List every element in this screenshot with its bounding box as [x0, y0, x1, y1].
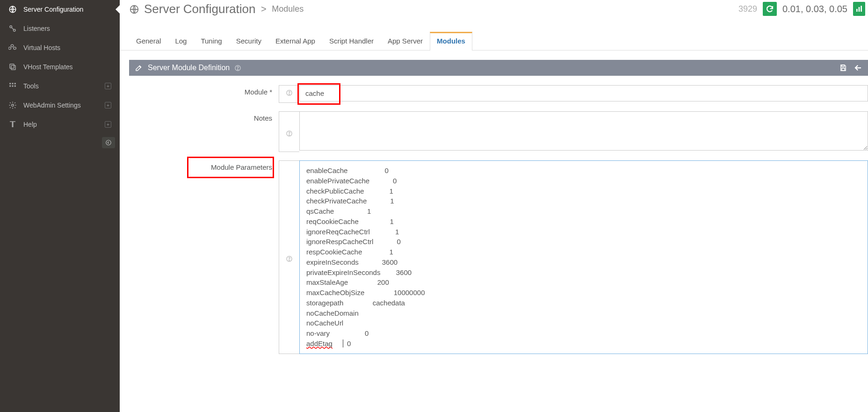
tab-security[interactable]: Security	[229, 32, 268, 51]
collapse-sidebar-button[interactable]	[102, 137, 115, 148]
sidebar-collapse-row	[0, 134, 120, 151]
globe-icon	[129, 4, 139, 14]
sidebar-item-server-config[interactable]: Server Configuration	[0, 0, 120, 19]
plus-icon[interactable]: +	[105, 102, 111, 108]
sidebar-item-label: Help	[23, 121, 37, 128]
sidebar: Server Configuration Listeners Virtual H…	[0, 0, 120, 381]
svg-point-22	[289, 94, 289, 94]
help-icon[interactable]	[279, 111, 299, 152]
main: 3929 0.01, 0.03, 0.05 Server Configurati…	[120, 0, 868, 381]
sidebar-item-listeners[interactable]: Listeners	[0, 19, 120, 38]
cubes-icon	[8, 43, 17, 52]
panel-title: Server Module Definition	[148, 64, 230, 72]
sidebar-item-label: Tools	[23, 82, 39, 90]
help-icon[interactable]	[234, 65, 241, 72]
tabs: General Log Tuning Security External App…	[120, 31, 868, 51]
breadcrumb-crumb: Modules	[272, 4, 304, 14]
svg-rect-20	[842, 68, 845, 71]
module-label: Module *	[129, 85, 279, 96]
panel-actions	[839, 64, 862, 72]
link-icon	[8, 24, 17, 33]
panel-header: Server Module Definition	[129, 60, 868, 76]
svg-rect-9	[12, 86, 14, 87]
stat-number: 3929	[738, 4, 757, 14]
svg-point-12	[106, 140, 111, 145]
back-button[interactable]	[854, 64, 862, 72]
sidebar-item-tools[interactable]: Tools +	[0, 77, 120, 96]
page-title: Server Configuration	[144, 2, 255, 16]
svg-rect-6	[12, 83, 14, 84]
form-row-params: Module Parameters enableCache 0 enablePr…	[129, 160, 868, 354]
svg-point-24	[289, 135, 289, 135]
top-stats: 3929 0.01, 0.03, 0.05	[738, 0, 865, 18]
tab-log[interactable]: Log	[168, 32, 194, 51]
sidebar-item-label: WebAdmin Settings	[23, 101, 81, 109]
svg-rect-14	[859, 7, 860, 12]
params-label: Module Parameters	[211, 163, 272, 171]
svg-point-26	[289, 260, 289, 260]
grid-icon	[8, 82, 17, 90]
notes-textarea[interactable]	[299, 111, 868, 151]
save-button[interactable]	[839, 64, 847, 72]
svg-rect-10	[14, 86, 16, 87]
sidebar-item-vhost-templates[interactable]: VHost Templates	[0, 58, 120, 77]
help-icon[interactable]	[279, 85, 299, 103]
svg-rect-13	[856, 9, 858, 12]
load-averages: 0.01, 0.03, 0.05	[782, 4, 847, 14]
params-textarea[interactable]: enableCache 0 enablePrivateCache 0 check…	[299, 160, 868, 354]
form-row-notes: Notes	[129, 111, 868, 152]
sidebar-item-label: Listeners	[23, 25, 50, 32]
help-icon[interactable]	[279, 160, 299, 354]
sidebar-item-webadmin-settings[interactable]: WebAdmin Settings +	[0, 96, 120, 115]
panel: Server Module Definition Module *	[129, 60, 868, 372]
form-row-module: Module *	[129, 85, 868, 103]
svg-rect-8	[9, 86, 11, 87]
tab-script-handler[interactable]: Script Handler	[322, 32, 381, 51]
book-icon	[8, 120, 17, 129]
svg-rect-4	[10, 64, 14, 68]
svg-point-11	[12, 104, 14, 107]
plus-icon[interactable]: +	[105, 121, 111, 128]
sidebar-item-label: Server Configuration	[23, 6, 83, 13]
gear-icon	[8, 101, 17, 109]
breadcrumb-sep: >	[258, 4, 269, 14]
svg-rect-7	[14, 83, 16, 84]
panel-body: Module * Notes	[129, 76, 868, 372]
sidebar-item-label: VHost Templates	[23, 63, 73, 71]
refresh-button[interactable]	[763, 2, 777, 16]
plus-icon[interactable]: +	[105, 83, 111, 89]
module-input[interactable]	[299, 85, 868, 101]
sidebar-item-virtual-hosts[interactable]: Virtual Hosts	[0, 38, 120, 58]
svg-point-18	[238, 69, 238, 70]
tab-external-app[interactable]: External App	[268, 32, 322, 51]
copy-icon	[8, 63, 17, 71]
svg-rect-5	[9, 83, 11, 84]
sidebar-item-label: Virtual Hosts	[23, 44, 60, 51]
chart-button[interactable]	[853, 2, 865, 16]
notes-label: Notes	[129, 111, 279, 122]
edit-icon	[135, 64, 143, 72]
tab-general[interactable]: General	[129, 32, 168, 51]
tab-modules[interactable]: Modules	[430, 32, 472, 51]
tab-tuning[interactable]: Tuning	[194, 32, 229, 51]
sidebar-item-help[interactable]: Help +	[0, 115, 120, 134]
svg-rect-19	[842, 65, 844, 67]
tab-app-server[interactable]: App Server	[381, 32, 430, 51]
globe-icon	[8, 5, 17, 14]
svg-rect-3	[11, 65, 15, 70]
svg-rect-15	[861, 6, 862, 12]
